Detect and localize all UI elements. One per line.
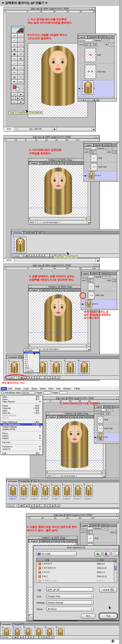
opacity-value[interactable]: 100%▶: [106, 147, 113, 150]
layer-row[interactable]: 입술: [94, 416, 119, 424]
palette-tab[interactable]: Layers: [94, 405, 104, 408]
tool-button[interactable]: ▱: [11, 56, 18, 61]
close-icon[interactable]: [29, 286, 31, 288]
doc-view-tab[interactable]: Original: [29, 288, 40, 292]
background-color-swatch[interactable]: [16, 88, 19, 91]
animation-frame[interactable]: 4 1 sec. ▾: [50, 360, 61, 378]
palette-tab[interactable]: Channels: [88, 36, 98, 38]
animation-frame[interactable]: 8 0.5 sec. ▾: [83, 483, 92, 500]
tool-button[interactable]: ✐: [18, 75, 24, 80]
file-menu-item[interactable]: Revert: [0, 416, 42, 419]
transport-button[interactable]: |▶: [34, 504, 40, 507]
anti-aliased-checkbox[interactable]: [2, 392, 4, 394]
palette-tab[interactable]: History: [90, 524, 99, 526]
menu-bar-item[interactable]: Window: [62, 387, 72, 390]
layer-row[interactable]: ✎ 금발머리여자: [81, 300, 117, 308]
photoshop-logo[interactable]: [12, 28, 24, 33]
date-column-header[interactable]: 수정일: [96, 558, 114, 562]
file-menu-item[interactable]: Import ▶: [0, 434, 42, 437]
edit-in-photoshop-icon[interactable]: ↪: [11, 100, 18, 104]
lock-all-icon[interactable]: ◆: [94, 43, 98, 46]
frame-delay-select[interactable]: 0.1 sec. ▾: [20, 498, 26, 500]
opacity-value[interactable]: 100%▶: [102, 39, 109, 42]
doc-view-tab[interactable]: 2-Up: [52, 162, 60, 164]
tool-button[interactable]: ▧: [11, 47, 18, 52]
delay-menu-item[interactable]: 10.0: [24, 364, 40, 367]
doc-view-tab[interactable]: Optimized: [40, 288, 52, 292]
unify-position-icon[interactable]: ◫: [112, 279, 115, 282]
animation-frame[interactable]: 6 0.1 sec. ▾: [62, 483, 71, 500]
palette-scrollbar[interactable]: ▲: [117, 270, 119, 310]
doc-titlebar[interactable]: Untitled-1 @ 300% (Origi…: [28, 158, 90, 162]
transport-button[interactable]: ⊞: [45, 376, 50, 379]
resize-grip-icon[interactable]: ◢: [92, 127, 96, 131]
lock-position-icon[interactable]: +: [93, 150, 96, 154]
animation-tab[interactable]: Animation: [0, 623, 12, 626]
size-info[interactable]: -- / -- sec @ 28.8 Kbps▼: [38, 220, 87, 224]
opacity-value[interactable]: 100%▶: [102, 276, 110, 278]
visibility-cell[interactable]: [78, 64, 81, 80]
palette-tab[interactable]: History: [104, 405, 113, 408]
tool-button[interactable]: *: [18, 38, 24, 42]
layer-row[interactable]: ✎ 금발머리여자: [84, 172, 117, 180]
file-menu-item[interactable]: Place...: [0, 432, 42, 434]
file-menu-item[interactable]: Save As... ⇧⌘S: [0, 412, 42, 414]
file-menu-item[interactable]: [1, 431, 42, 432]
lock-position-icon[interactable]: +: [91, 43, 94, 46]
layer-row[interactable]: ✎ 입술: [81, 282, 117, 291]
animation-tab[interactable]: Slice: [37, 231, 44, 234]
tool-button[interactable]: ☛: [11, 80, 18, 84]
doc-view-tab[interactable]: 4-Up: [60, 288, 67, 292]
cancel-button[interactable]: 취소: [81, 614, 96, 618]
menu-bar-item[interactable]: Image: [14, 387, 22, 390]
file-menu-item[interactable]: Jump To ▶: [0, 448, 42, 450]
layer-row[interactable]: 금발머리여자: [94, 433, 119, 442]
style-select[interactable]: Normal⇕: [22, 391, 36, 394]
delay-menu-item[interactable]: 0.5: [24, 356, 40, 358]
transport-button[interactable]: |▶: [40, 254, 44, 257]
file-menu-item[interactable]: New... ⌘N: [0, 396, 42, 398]
animation-tab[interactable]: Image Map: [24, 231, 36, 234]
visibility-cell[interactable]: [84, 162, 87, 171]
recent-button[interactable]: ▼: [112, 551, 118, 556]
blend-mode-select[interactable]: Normal⇕: [81, 527, 94, 530]
lock-position-icon[interactable]: +: [90, 531, 92, 534]
menu-bar-item[interactable]: Layer: [22, 387, 30, 390]
height-field[interactable]: [60, 392, 67, 394]
menu-bar-item[interactable]: View: [54, 387, 62, 390]
close-icon[interactable]: [29, 159, 31, 161]
file-row[interactable]: 1.토마토넷 2003.9.4: [36, 562, 114, 566]
transport-button[interactable]: ▶: [30, 376, 34, 379]
quickmask-mode-button[interactable]: ◉: [18, 92, 24, 96]
transport-button[interactable]: ⊞: [39, 636, 44, 639]
menu-bar-item[interactable]: File: [1, 387, 7, 390]
tool-button[interactable]: ╲: [18, 70, 24, 75]
opacity-value[interactable]: 100%: [102, 527, 108, 530]
layer-row[interactable]: ✎ 입술: [78, 46, 114, 64]
delay-menu-item[interactable]: 1.0: [24, 358, 40, 360]
frame-delay-select[interactable]: 0.1 sec. ▾: [41, 498, 48, 500]
transport-button[interactable]: ∴: [45, 254, 50, 257]
menu-bar-item[interactable]: Select: [38, 387, 47, 390]
transport-button[interactable]: ◀◀: [19, 504, 24, 507]
lock-transparency-icon[interactable]: ▨: [84, 43, 86, 46]
collapse-icon[interactable]: [116, 514, 118, 516]
tool-button[interactable]: ▥: [18, 56, 24, 61]
frame-delay-select[interactable]: 0.1 sec. ▾: [74, 498, 80, 500]
file-menu-item[interactable]: Export Original...: [0, 414, 42, 416]
transport-button[interactable]: ∴: [34, 636, 38, 639]
doc-view-tab[interactable]: Optimized: [40, 162, 52, 164]
lock-all-icon[interactable]: ◆: [107, 412, 110, 415]
lock-transparency-icon[interactable]: ▨: [86, 531, 89, 534]
lock-position-icon[interactable]: +: [104, 412, 106, 415]
slices-select[interactable]: All Slices⇕: [46, 607, 94, 611]
resize-grip-icon[interactable]: ◢: [96, 258, 100, 262]
palette-tab[interactable]: Layers: [78, 36, 87, 38]
transport-button[interactable]: ▶: [34, 254, 39, 257]
transport-button[interactable]: ⊞: [45, 504, 50, 507]
animation-frame[interactable]: 7 0.1 sec. ▾: [72, 483, 82, 500]
animation-tab[interactable]: Image M: [13, 623, 23, 626]
transport-button[interactable]: ◀: [56, 504, 60, 507]
file-menu-item[interactable]: Preview In ▶: [0, 446, 42, 448]
transport-button[interactable]: ▦: [50, 376, 55, 379]
